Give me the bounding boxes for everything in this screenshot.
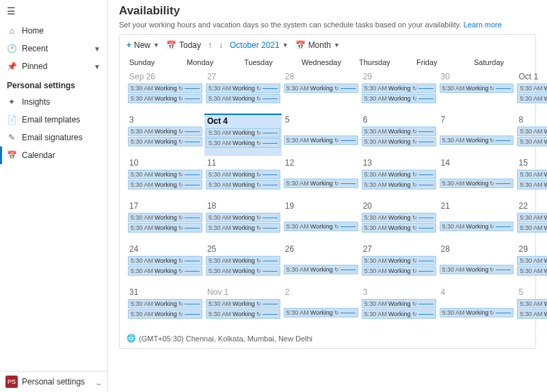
calendar-day[interactable]: 305:30 AM Working↻ xyxy=(438,70,516,113)
working-event[interactable]: 5:30 AM Working↻ xyxy=(206,138,280,148)
working-event[interactable]: 5:30 AM Working↻ xyxy=(362,213,436,222)
working-event[interactable]: 5:30 AM Working↻ xyxy=(206,299,280,309)
sidebar-item-pinned[interactable]: 📌Pinned▼ xyxy=(0,57,107,75)
working-event[interactable]: 5:30 AM Working↻ xyxy=(517,83,547,93)
range-picker[interactable]: October 2021 ▼ xyxy=(230,40,289,50)
calendar-day[interactable]: 275:30 AM Working↻5:30 AM Working↻ xyxy=(204,70,282,113)
next-button[interactable]: ↓ xyxy=(219,40,223,50)
working-event[interactable]: 5:30 AM Working↻ xyxy=(128,223,202,233)
working-event[interactable]: 5:30 AM Working↻ xyxy=(362,94,436,103)
working-event[interactable]: 5:30 AM Working↻ xyxy=(517,180,547,190)
calendar-day[interactable]: 75:30 AM Working↻ xyxy=(438,114,516,156)
working-event[interactable]: 5:30 AM Working↻ xyxy=(284,222,358,231)
working-event[interactable]: 5:30 AM Working↻ xyxy=(517,256,547,265)
calendar-day[interactable]: 185:30 AM Working↻5:30 AM Working↻ xyxy=(204,200,282,242)
working-event[interactable]: 5:30 AM Working↻ xyxy=(517,170,547,179)
learn-more-link[interactable]: Learn more xyxy=(464,21,502,29)
working-event[interactable]: 5:30 AM Working↻ xyxy=(128,94,202,103)
working-event[interactable]: 5:30 AM Working↻ xyxy=(284,179,358,188)
working-event[interactable]: 5:30 AM Working↻ xyxy=(206,309,280,319)
working-event[interactable]: 5:30 AM Working↻ xyxy=(206,223,280,233)
working-event[interactable]: 5:30 AM Working↻ xyxy=(128,213,202,222)
calendar-day[interactable]: 115:30 AM Working↻5:30 AM Working↻ xyxy=(204,157,282,199)
new-button[interactable]: + New ▼ xyxy=(126,40,159,50)
calendar-day[interactable]: 55:30 AM Working↻ xyxy=(282,114,360,156)
working-event[interactable]: 5:30 AM Working↻ xyxy=(362,256,436,265)
calendar-day[interactable]: 35:30 AM Working↻5:30 AM Working↻ xyxy=(360,286,438,328)
working-event[interactable]: 5:30 AM Working↻ xyxy=(206,170,280,179)
working-event[interactable]: 5:30 AM Working↻ xyxy=(440,308,514,317)
sidebar-item-insights[interactable]: ✦Insights xyxy=(0,93,107,111)
calendar-day[interactable]: 315:30 AM Working↻5:30 AM Working↻ xyxy=(126,286,204,328)
calendar-day[interactable]: 25:30 AM Working↻ xyxy=(282,286,360,328)
calendar-day[interactable]: 285:30 AM Working↻ xyxy=(438,243,516,285)
working-event[interactable]: 5:30 AM Working↻ xyxy=(362,309,436,319)
working-event[interactable]: 5:30 AM Working↻ xyxy=(128,266,202,276)
sidebar-footer[interactable]: PS Personal settings ⏝ xyxy=(0,371,107,392)
calendar-day[interactable]: 255:30 AM Working↻5:30 AM Working↻ xyxy=(204,243,282,285)
working-event[interactable]: 5:30 AM Working↻ xyxy=(362,170,436,179)
calendar-day[interactable]: Sep 265:30 AM Working↻5:30 AM Working↻ xyxy=(126,70,204,113)
calendar-day[interactable]: 265:30 AM Working↻ xyxy=(282,243,360,285)
sidebar-item-home[interactable]: ⌂Home xyxy=(0,22,107,40)
working-event[interactable]: 5:30 AM Working↻ xyxy=(128,83,202,93)
working-event[interactable]: 5:30 AM Working↻ xyxy=(362,180,436,190)
calendar-day[interactable]: 35:30 AM Working↻5:30 AM Working↻ xyxy=(126,114,204,156)
working-event[interactable]: 5:30 AM Working↻ xyxy=(440,222,514,231)
calendar-day[interactable]: 245:30 AM Working↻5:30 AM Working↻ xyxy=(126,243,204,285)
working-event[interactable]: 5:30 AM Working↻ xyxy=(206,180,280,190)
working-event[interactable]: 5:30 AM Working↻ xyxy=(284,308,358,317)
working-event[interactable]: 5:30 AM Working↻ xyxy=(206,94,280,103)
working-event[interactable]: 5:30 AM Working↻ xyxy=(517,223,547,233)
calendar-day[interactable]: 105:30 AM Working↻5:30 AM Working↻ xyxy=(126,157,204,199)
working-event[interactable]: 5:30 AM Working↻ xyxy=(362,137,436,146)
calendar-day[interactable]: Nov 15:30 AM Working↻5:30 AM Working↻ xyxy=(204,286,282,328)
calendar-day[interactable]: 285:30 AM Working↻ xyxy=(282,70,360,113)
working-event[interactable]: 5:30 AM Working↻ xyxy=(362,83,436,93)
working-event[interactable]: 5:30 AM Working↻ xyxy=(362,127,436,136)
calendar-day[interactable]: Oct 15:30 AM Working↻5:30 AM Working↻ xyxy=(516,70,547,113)
working-event[interactable]: 5:30 AM Working↻ xyxy=(284,83,358,93)
calendar-day[interactable]: 225:30 AM Working↻5:30 AM Working↻ xyxy=(516,200,547,242)
sidebar-item-recent[interactable]: 🕐Recent▼ xyxy=(0,40,107,57)
working-event[interactable]: 5:30 AM Working↻ xyxy=(206,213,280,222)
calendar-day[interactable]: 55:30 AM Working↻5:30 AM Working↻ xyxy=(516,286,547,328)
calendar-day[interactable]: 275:30 AM Working↻5:30 AM Working↻ xyxy=(360,243,438,285)
working-event[interactable]: 5:30 AM Working↻ xyxy=(362,223,436,233)
calendar-day[interactable]: 295:30 AM Working↻5:30 AM Working↻ xyxy=(516,243,547,285)
working-event[interactable]: 5:30 AM Working↻ xyxy=(128,170,202,179)
sidebar-item-email-signatures[interactable]: ✎Email signatures xyxy=(0,129,107,146)
sidebar-item-calendar[interactable]: 📅Calendar xyxy=(0,146,107,164)
working-event[interactable]: 5:30 AM Working↻ xyxy=(284,135,358,145)
calendar-day[interactable]: 145:30 AM Working↻ xyxy=(438,157,516,199)
calendar-day[interactable]: 135:30 AM Working↻5:30 AM Working↻ xyxy=(360,157,438,199)
working-event[interactable]: 5:30 AM Working↻ xyxy=(206,83,280,93)
calendar-day[interactable]: 155:30 AM Working↻5:30 AM Working↻ xyxy=(516,157,547,199)
working-event[interactable]: 5:30 AM Working↻ xyxy=(440,135,514,145)
working-event[interactable]: 5:30 AM Working↻ xyxy=(517,299,547,309)
view-picker[interactable]: 📅 Month ▼ xyxy=(295,40,340,50)
calendar-day[interactable]: 175:30 AM Working↻5:30 AM Working↻ xyxy=(126,200,204,242)
working-event[interactable]: 5:30 AM Working↻ xyxy=(128,256,202,265)
working-event[interactable]: 5:30 AM Working↻ xyxy=(517,94,547,103)
working-event[interactable]: 5:30 AM Working↻ xyxy=(517,213,547,222)
working-event[interactable]: 5:30 AM Working↻ xyxy=(206,128,280,138)
working-event[interactable]: 5:30 AM Working↻ xyxy=(206,256,280,265)
working-event[interactable]: 5:30 AM Working↻ xyxy=(517,137,547,146)
working-event[interactable]: 5:30 AM Working↻ xyxy=(440,83,514,93)
working-event[interactable]: 5:30 AM Working↻ xyxy=(206,266,280,276)
calendar-day[interactable]: 45:30 AM Working↻ xyxy=(438,286,516,328)
calendar-day[interactable]: 295:30 AM Working↻5:30 AM Working↻ xyxy=(360,70,438,113)
working-event[interactable]: 5:30 AM Working↻ xyxy=(517,127,547,136)
calendar-day[interactable]: 65:30 AM Working↻5:30 AM Working↻ xyxy=(360,114,438,156)
calendar-day[interactable]: Oct 45:30 AM Working↻5:30 AM Working↻ xyxy=(204,114,282,156)
working-event[interactable]: 5:30 AM Working↻ xyxy=(128,180,202,190)
working-event[interactable]: 5:30 AM Working↻ xyxy=(362,266,436,276)
sidebar-item-email-templates[interactable]: 📄Email templates xyxy=(0,111,107,129)
calendar-day[interactable]: 85:30 AM Working↻5:30 AM Working↻ xyxy=(516,114,547,156)
working-event[interactable]: 5:30 AM Working↻ xyxy=(128,127,202,136)
calendar-day[interactable]: 125:30 AM Working↻ xyxy=(282,157,360,199)
working-event[interactable]: 5:30 AM Working↻ xyxy=(517,266,547,276)
working-event[interactable]: 5:30 AM Working↻ xyxy=(128,309,202,319)
calendar-day[interactable]: 195:30 AM Working↻ xyxy=(282,200,360,242)
